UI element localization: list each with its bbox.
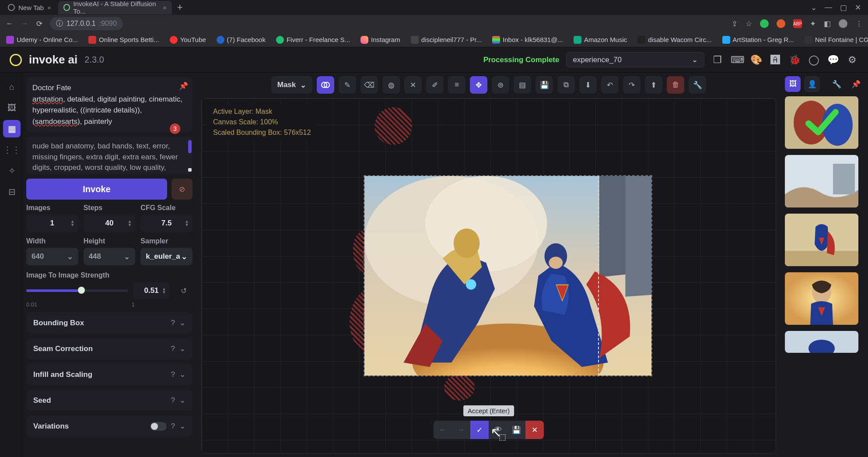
staging-accept[interactable]: ✓ [470, 421, 489, 439]
clear-mask[interactable]: ✕ [404, 76, 422, 94]
settings-gear-icon[interactable]: ⚙ [846, 54, 858, 66]
staging-prev[interactable]: ← [434, 421, 452, 439]
sidepanel-icon[interactable]: ◧ [824, 19, 831, 28]
reset-view[interactable]: ⊚ [492, 76, 509, 94]
bookmark-item[interactable]: Instagram [360, 36, 400, 44]
gallery-thumb[interactable] [785, 331, 858, 353]
bookmark-item[interactable]: YouTube [170, 36, 206, 44]
extensions-menu-icon[interactable]: ✦ [810, 19, 816, 28]
gallery-thumb[interactable] [785, 155, 858, 207]
staging-discard[interactable]: ✕ [525, 421, 544, 439]
staging-toggle-visibility[interactable]: 👁 [489, 421, 507, 439]
browser-tab-newtab[interactable]: New Tab × [3, 1, 56, 14]
bookmark-item[interactable]: Inbox - klk56831@... [492, 36, 563, 44]
extension-icon[interactable] [760, 19, 769, 28]
eraser-tool[interactable]: ⌫ [360, 76, 378, 94]
rail-training[interactable]: ⊟ [3, 183, 21, 200]
minimize-icon[interactable]: — [825, 3, 832, 12]
pin-icon[interactable]: 📌 [179, 81, 188, 92]
profile-avatar-icon[interactable] [839, 19, 847, 28]
fill-tool[interactable]: ◍ [382, 76, 400, 94]
help-icon[interactable]: ? [171, 345, 175, 353]
back-icon[interactable]: ← [5, 19, 14, 28]
delete-button[interactable]: 🗑 [667, 76, 684, 94]
spinner-icon[interactable]: ▲▼ [70, 220, 75, 227]
sampler-select[interactable]: k_euler_a⌄ [140, 248, 192, 265]
reload-icon[interactable]: ⟳ [35, 19, 44, 28]
undo-button[interactable]: ↶ [601, 76, 619, 94]
bookmark-item[interactable]: Fiverr - Freelance S... [276, 36, 350, 44]
bookmark-item[interactable]: discipleneil777 - Pr... [411, 36, 482, 44]
cfg-input[interactable]: 7.5▲▼ [140, 214, 192, 232]
bookmark-star-icon[interactable]: ☆ [746, 19, 752, 28]
brush-tool[interactable]: ✎ [339, 76, 356, 94]
save-canvas[interactable]: 💾 [536, 76, 553, 94]
palette-icon[interactable]: 🎨 [750, 54, 762, 66]
i2i-strength-value[interactable]: 0.51▲▼ [133, 282, 170, 299]
positive-prompt[interactable]: 📌 Doctor Fate artstation, detailed, digi… [26, 77, 192, 132]
language-icon[interactable]: 🅰 [769, 54, 781, 66]
model-select[interactable]: experience_70 ⌄ [566, 52, 704, 67]
canvas-settings[interactable]: 🔧 [689, 76, 706, 94]
bug-icon[interactable]: 🐞 [788, 54, 801, 66]
mask-toggle-button[interactable] [317, 76, 334, 94]
staging-save[interactable]: 💾 [507, 421, 525, 439]
copy-canvas[interactable]: ⧉ [557, 76, 575, 94]
new-tab-button[interactable]: + [174, 2, 186, 13]
help-icon[interactable]: ? [171, 396, 175, 405]
bookmark-item[interactable]: disable Wacom Circ... [637, 36, 711, 44]
gallery-results-tab[interactable]: 🖼 [785, 76, 801, 92]
maximize-icon[interactable]: ▢ [840, 3, 847, 12]
bookmark-item[interactable]: Online Sports Betti... [88, 36, 159, 44]
invoke-button[interactable]: Invoke [26, 179, 167, 200]
accordion-seam-correction[interactable]: Seam Correction?⌄ [26, 338, 192, 359]
move-tool[interactable]: ✥ [470, 76, 487, 94]
merge-layers[interactable]: ▤ [514, 76, 531, 94]
gallery-thumb[interactable] [785, 96, 858, 149]
gallery-thumb[interactable] [785, 214, 858, 266]
rail-postprocess[interactable]: ✧ [3, 162, 21, 179]
bookmark-item[interactable]: (7) Facebook [217, 36, 266, 44]
spinner-icon[interactable]: ▲▼ [127, 220, 132, 227]
close-window-icon[interactable]: ✕ [855, 3, 861, 12]
reset-icon[interactable]: ↺ [175, 282, 192, 299]
resize-handle[interactable] [188, 168, 192, 172]
spinner-icon[interactable]: ▲▼ [162, 287, 166, 294]
accordion-variations[interactable]: Variations?⌄ [26, 415, 192, 437]
gallery-uploads-tab[interactable]: 👤 [804, 76, 820, 92]
height-select[interactable]: 448⌄ [84, 248, 136, 265]
gallery-settings-icon[interactable]: 🔧 [829, 76, 844, 92]
kebab-menu-icon[interactable]: ⋮ [855, 19, 863, 28]
upload-button[interactable]: ⬆ [645, 76, 662, 94]
steps-input[interactable]: 40▲▼ [84, 214, 136, 232]
gallery-thumb[interactable] [785, 272, 858, 325]
extension-icon[interactable] [777, 19, 785, 28]
discord-icon[interactable]: 💬 [827, 54, 839, 66]
help-icon[interactable]: ? [171, 370, 175, 379]
rail-nodes[interactable]: ⋮⋮ [3, 141, 21, 158]
adblock-icon[interactable]: ABP [793, 19, 802, 28]
accordion-seed[interactable]: Seed?⌄ [26, 390, 192, 411]
help-icon[interactable]: ? [171, 422, 175, 431]
slider-thumb[interactable] [78, 287, 85, 294]
cube-icon[interactable]: ❒ [711, 54, 724, 66]
bookmark-item[interactable]: Udemy - Online Co... [6, 36, 78, 44]
share-icon[interactable]: ⇪ [732, 19, 738, 28]
menu-icon[interactable]: ≡ [448, 76, 466, 94]
rail-unified-canvas[interactable]: ▦ [3, 120, 21, 137]
bookmark-item[interactable]: Neil Fontaine | CGS... [805, 36, 868, 44]
width-select[interactable]: 640⌄ [26, 248, 78, 265]
color-picker-tool[interactable]: ✐ [426, 76, 444, 94]
accordion-infill-scaling[interactable]: Infill and Scaling?⌄ [26, 364, 192, 385]
close-icon[interactable]: × [163, 4, 167, 11]
variations-toggle[interactable] [150, 422, 167, 431]
github-icon[interactable]: ◯ [808, 54, 820, 66]
accordion-bounding-box[interactable]: Bounding Box?⌄ [26, 312, 192, 334]
help-icon[interactable]: ? [171, 319, 175, 327]
gallery-pin-icon[interactable]: 📌 [848, 76, 864, 92]
staging-next[interactable]: → [452, 421, 470, 439]
images-input[interactable]: 1▲▼ [26, 214, 78, 232]
keyboard-icon[interactable]: ⌨ [731, 54, 743, 66]
bookmark-item[interactable]: ArtStation - Greg R... [722, 36, 794, 44]
negative-prompt[interactable]: nude bad anatomy, bad hands, text, error… [26, 137, 192, 174]
